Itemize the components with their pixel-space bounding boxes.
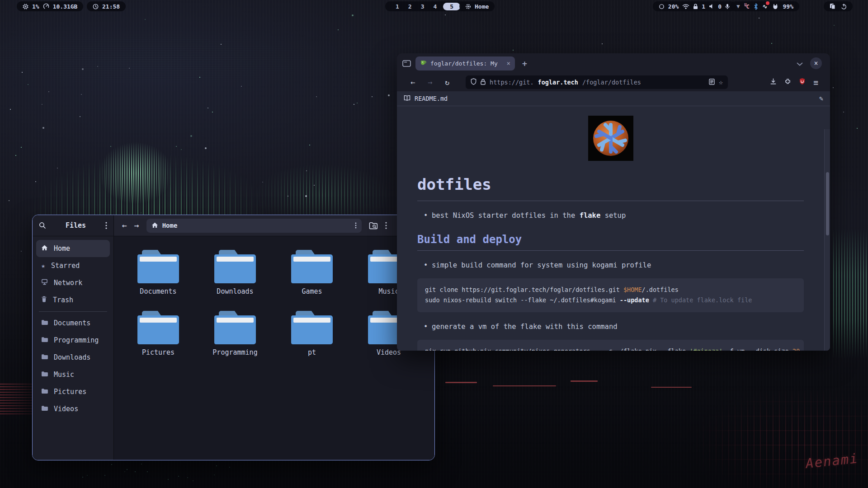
folder-label: Games xyxy=(283,287,341,296)
files-grid: Documents Downloads Games Music Pictures… xyxy=(114,236,434,460)
sidebar-label: Videos xyxy=(54,405,78,413)
sidebar-item-network[interactable]: Network xyxy=(36,274,110,291)
top-status-bar: 1% 10.31GB 21:58 1 2 3 4 5 Home 20% 1 0 … xyxy=(0,0,868,12)
files-headerbar: Files ← → Home xyxy=(33,215,434,236)
bookmark-star-icon[interactable]: ☆ xyxy=(719,78,723,86)
reload-icon[interactable]: ↻ xyxy=(439,78,455,87)
list-tabs-chevron-icon[interactable] xyxy=(797,59,803,68)
code-block-vm[interactable]: nix run github:nix-community/nixos-gener… xyxy=(417,340,804,351)
code-block-clone[interactable]: git clone https://git.foglar.tech/foglar… xyxy=(417,278,804,312)
folder-item[interactable]: pt xyxy=(283,311,341,357)
quick-settings-widget[interactable]: 20% 1 0 xyxy=(653,1,736,11)
folder-icon xyxy=(214,250,256,283)
clock-widget[interactable]: 21:58 xyxy=(87,1,126,11)
workspace-1[interactable]: 1 xyxy=(391,3,404,10)
folder-icon xyxy=(41,405,48,413)
browser-scrollbar[interactable] xyxy=(824,129,830,351)
browser-window: foglar/dotfiles: My × + × ← → ↻ https://… xyxy=(397,53,830,351)
mode-widget[interactable]: Home xyxy=(459,1,495,11)
system-tray-widget[interactable]: ▼ UC ∿ 99% xyxy=(731,1,799,11)
readme-section-title: Build and deploy xyxy=(417,233,804,251)
red-dash xyxy=(493,385,556,386)
tab-close-icon[interactable]: × xyxy=(507,60,510,67)
readme-filename: README.md xyxy=(415,95,448,102)
workspace-3[interactable]: 3 xyxy=(416,3,429,10)
readme-body: dotfiles best NixOS starter dotfiles in … xyxy=(397,106,824,351)
search-folder-icon[interactable] xyxy=(369,222,378,230)
folder-label: pt xyxy=(283,348,341,357)
mode-label: Home xyxy=(475,3,489,10)
folder-label: Downloads xyxy=(206,287,264,296)
reader-mode-icon[interactable] xyxy=(709,79,715,86)
sidebar-label: Programming xyxy=(54,336,99,344)
power-widget xyxy=(824,1,853,11)
network-tray-icon[interactable]: ▼ xyxy=(736,3,740,9)
kebab-menu-icon[interactable] xyxy=(105,222,107,229)
folder-item[interactable]: Downloads xyxy=(206,250,264,296)
sidebar-item-programming[interactable]: Programming xyxy=(36,332,110,349)
sidebar-label: Music xyxy=(54,371,74,379)
sidebar-item-documents[interactable]: Documents xyxy=(36,314,110,332)
clock-time: 21:58 xyxy=(102,3,120,10)
forward-button[interactable]: → xyxy=(134,221,139,230)
browser-back-button[interactable]: ← xyxy=(405,78,420,87)
sidebar-item-starred[interactable]: ★ Starred xyxy=(36,257,110,274)
notification-tray-icon[interactable]: ∿ xyxy=(763,3,768,10)
sidebar-item-music[interactable]: Music xyxy=(36,366,110,383)
sidebar-item-trash[interactable]: Trash xyxy=(36,291,110,309)
folder-item[interactable]: Documents xyxy=(129,250,188,296)
book-icon xyxy=(404,95,410,103)
sidebar-label: Trash xyxy=(53,296,73,304)
files-sidebar: Home ★ Starred Network Trash Documents xyxy=(33,236,114,460)
folder-icon xyxy=(41,388,48,396)
browser-nav-bar: ← → ↻ https://git.foglar.tech/foglar/dot… xyxy=(397,73,830,91)
lock-icon xyxy=(481,79,486,86)
system-stats-widget[interactable]: 1% 10.31GB xyxy=(17,1,83,11)
back-button[interactable]: ← xyxy=(122,221,127,230)
nix-snowflake-icon xyxy=(593,121,628,156)
browser-forward-button[interactable]: → xyxy=(422,78,438,87)
new-tab-button[interactable]: + xyxy=(522,59,527,68)
window-close-button[interactable]: × xyxy=(810,57,822,69)
sidebar-label: Pictures xyxy=(54,388,86,396)
path-kebab-icon[interactable] xyxy=(355,222,357,229)
sidebar-item-home[interactable]: Home xyxy=(36,240,110,257)
downloads-icon[interactable] xyxy=(770,78,777,87)
brightness-icon xyxy=(659,4,665,9)
url-path: /foglar/dotfiles xyxy=(582,79,641,86)
sidebar-item-pictures[interactable]: Pictures xyxy=(36,383,110,400)
sidebar-item-downloads[interactable]: Downloads xyxy=(36,349,110,366)
workspace-switcher: 1 2 3 4 5 xyxy=(385,1,468,11)
folder-label: Programming xyxy=(206,348,264,357)
edit-pencil-icon[interactable]: ✎ xyxy=(819,94,823,103)
red-dash xyxy=(445,382,477,383)
browser-tab-active[interactable]: foglar/dotfiles: My × xyxy=(415,56,515,70)
folder-item[interactable]: Programming xyxy=(206,311,264,357)
folder-item[interactable]: Games xyxy=(283,250,341,296)
clipboard-icon[interactable] xyxy=(830,3,835,9)
battery-charging-icon xyxy=(772,4,778,9)
workspace-4[interactable]: 4 xyxy=(429,3,441,10)
firefox-view-icon[interactable] xyxy=(402,60,411,67)
readme-title: dotfiles xyxy=(417,175,804,201)
path-bar[interactable]: Home xyxy=(146,219,362,233)
ublock-origin-icon[interactable] xyxy=(799,78,806,87)
folder-item[interactable]: Pictures xyxy=(129,311,188,357)
workspace-5-active[interactable]: 5 xyxy=(443,3,460,10)
bluetooth-icon[interactable] xyxy=(754,3,758,10)
sidebar-item-videos[interactable]: Videos xyxy=(36,400,110,418)
uc-tray-icon[interactable]: UC xyxy=(745,3,749,10)
search-icon[interactable] xyxy=(39,222,46,229)
gitea-cup-favicon xyxy=(420,59,427,67)
folder-icon xyxy=(41,336,48,344)
extensions-icon[interactable] xyxy=(784,78,791,87)
memory-gauge-icon xyxy=(43,3,49,9)
power-icon[interactable] xyxy=(841,4,847,9)
url-bar[interactable]: https://git.foglar.tech/foglar/dotfiles … xyxy=(466,75,728,89)
view-menu-icon[interactable] xyxy=(385,222,387,229)
workspace-2[interactable]: 2 xyxy=(404,3,416,10)
scrollbar-thumb[interactable] xyxy=(826,172,829,235)
red-dash xyxy=(571,380,598,382)
memory-usage: 10.31GB xyxy=(53,3,78,10)
hamburger-menu-icon[interactable]: ≡ xyxy=(813,78,818,87)
